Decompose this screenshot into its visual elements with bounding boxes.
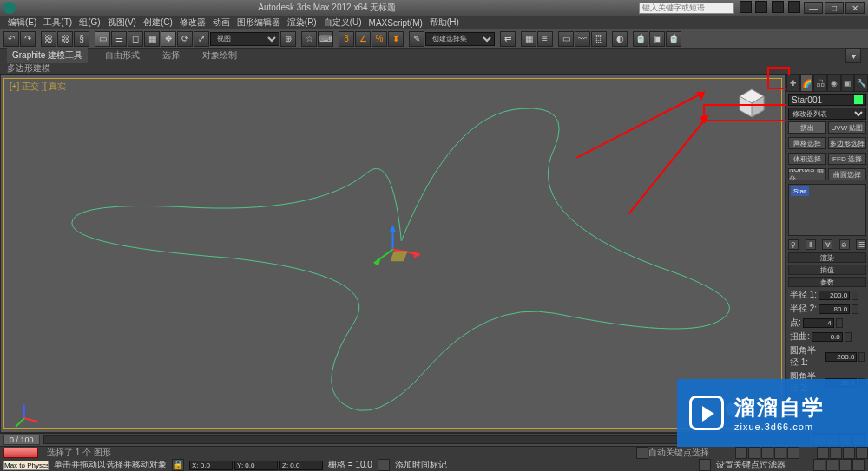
curve-editor-button[interactable]: 〰 [575, 31, 590, 47]
manip-button[interactable]: ☆ [301, 31, 317, 47]
help-icon[interactable] [788, 1, 800, 13]
select-region-button[interactable]: ◻ [128, 31, 143, 47]
bind-spacewarp-button[interactable]: § [74, 31, 89, 47]
menu-maxscript[interactable]: MAXScript(M) [366, 18, 425, 28]
maximize-button[interactable]: □ [825, 2, 844, 14]
vnav-maxtoggle-icon[interactable] [852, 459, 865, 471]
play-end-icon[interactable] [787, 447, 799, 459]
stack-show-icon[interactable]: Ⅱ [806, 239, 816, 250]
ribbon-tab-freeform[interactable]: 自由形式 [100, 48, 145, 63]
ribbon-tab-selection[interactable]: 选择 [157, 48, 185, 63]
star-spline[interactable] [4, 79, 781, 428]
menu-modifiers[interactable]: 修改器 [177, 16, 208, 29]
window-crossing-button[interactable]: ▦ [144, 31, 160, 47]
cmd-tab-create[interactable]: ✚ [786, 75, 800, 92]
stack-pin-icon[interactable]: ⚲ [788, 239, 799, 250]
modifier-btn-mesh-sel[interactable]: 网格选择 [788, 137, 826, 149]
modifier-btn-extrude[interactable]: 挤出 [788, 121, 826, 134]
play-start-icon[interactable] [735, 447, 747, 459]
select-name-button[interactable]: ☰ [111, 31, 127, 47]
align-button[interactable]: ▦ [521, 31, 536, 47]
stack-item-star[interactable]: Star [791, 186, 809, 196]
rotate-button[interactable]: ⟳ [177, 31, 193, 47]
vnav-pan-icon[interactable] [817, 447, 829, 459]
redo-button[interactable]: ↷ [20, 31, 36, 47]
rollout-render[interactable]: 渲染 [788, 252, 866, 263]
render-frame-button[interactable]: ▣ [649, 31, 665, 47]
favorite-icon[interactable] [772, 1, 784, 13]
menu-grapheditors[interactable]: 图形编辑器 [234, 16, 283, 29]
coord-y[interactable] [234, 461, 278, 470]
cmd-tab-hierarchy[interactable]: 品 [813, 75, 827, 92]
move-button[interactable]: ✥ [161, 31, 176, 47]
coord-z[interactable] [279, 461, 323, 470]
spinner-snap-button[interactable]: ⬍ [388, 31, 404, 47]
input-radius2[interactable] [819, 304, 850, 314]
rollout-params[interactable]: 参数 [788, 277, 866, 287]
named-sel-edit-button[interactable]: ✎ [409, 31, 424, 47]
stack-config-icon[interactable]: ☰ [856, 239, 866, 250]
play-next-icon[interactable] [774, 447, 786, 459]
modifier-btn-nurms[interactable]: NURMS 细分 [788, 168, 826, 180]
render-button[interactable]: 🍵 [666, 31, 681, 47]
coord-x[interactable] [189, 461, 233, 470]
stack-remove-icon[interactable]: ⊘ [839, 239, 850, 250]
cmd-tab-utilities[interactable]: 🔧 [854, 75, 868, 92]
vnav-region-icon[interactable] [826, 459, 838, 471]
refcoord-dropdown[interactable]: 视图 [210, 32, 279, 46]
render-setup-button[interactable]: 🍵 [633, 31, 648, 47]
input-points[interactable] [803, 318, 834, 328]
timetag-label[interactable]: 添加时间标记 [395, 459, 447, 471]
material-editor-button[interactable]: ◐ [612, 31, 628, 47]
menu-create[interactable]: 创建(C) [141, 16, 175, 29]
input-fillet1[interactable] [825, 352, 857, 362]
trackbar-key[interactable] [3, 448, 38, 458]
percent-snap-button[interactable]: % [372, 31, 387, 47]
mirror-button[interactable]: ⇄ [500, 31, 516, 47]
scale-button[interactable]: ⤢ [194, 31, 209, 47]
time-slider-handle[interactable]: 0 / 100 [3, 435, 40, 445]
stack-unique-icon[interactable]: ∀ [822, 239, 832, 250]
modifier-btn-ffd-sel[interactable]: FFD 选择 [828, 153, 866, 165]
rollout-interp[interactable]: 插值 [788, 265, 866, 275]
modifier-btn-poly-sel[interactable]: 多边形选择 [828, 137, 866, 149]
play-prev-icon[interactable] [748, 447, 760, 459]
menu-edit[interactable]: 编辑(E) [5, 16, 39, 29]
vnav-walk-icon[interactable] [830, 447, 842, 459]
named-sel-dropdown[interactable]: 创建选择集 [425, 32, 495, 46]
schematic-button[interactable]: ⿻ [591, 31, 607, 47]
modifier-btn-uvw[interactable]: UVW 贴图 [828, 121, 866, 134]
autokey-toggle[interactable] [636, 447, 648, 459]
keymode-button[interactable]: ⌨ [318, 31, 333, 47]
snap-button[interactable]: 3 [339, 31, 354, 47]
input-radius1[interactable] [819, 291, 850, 300]
spinner-radius2[interactable] [852, 304, 858, 314]
spinner-fillet1[interactable] [858, 352, 865, 362]
cmd-tab-display[interactable]: ▣ [841, 75, 855, 92]
modifier-stack[interactable]: Star [788, 184, 866, 236]
vnav-max-icon[interactable] [856, 447, 868, 459]
undo-button[interactable]: ↶ [3, 31, 19, 47]
select-button[interactable]: ▭ [95, 31, 110, 47]
cmd-tab-modify[interactable]: 🌈 [800, 75, 814, 92]
object-name-field[interactable]: Star001 [788, 94, 866, 106]
close-button[interactable]: ✕ [845, 2, 865, 14]
cmd-tab-motion[interactable]: ◉ [827, 75, 841, 92]
link-button[interactable]: ⛓ [41, 31, 56, 47]
modifier-btn-vol-sel[interactable]: 体积选择 [788, 153, 826, 165]
viewcube[interactable] [734, 86, 769, 121]
layers-button[interactable]: ≡ [537, 31, 553, 47]
maxscript-mini[interactable] [3, 461, 49, 470]
vnav-zoom2-icon[interactable] [813, 459, 825, 471]
menu-tools[interactable]: 工具(T) [41, 16, 75, 29]
menu-customize[interactable]: 自定义(U) [321, 16, 365, 29]
input-distortion[interactable] [812, 332, 843, 342]
setkey-toggle[interactable] [699, 459, 711, 471]
menu-views[interactable]: 视图(V) [105, 16, 139, 29]
menu-group[interactable]: 组(G) [76, 16, 102, 29]
play-icon[interactable] [761, 447, 773, 459]
help-search-input[interactable] [639, 3, 734, 14]
ribbon-min-button[interactable]: ▾ [845, 48, 861, 63]
spinner-radius1[interactable] [852, 291, 858, 300]
spinner-points[interactable] [836, 318, 843, 328]
